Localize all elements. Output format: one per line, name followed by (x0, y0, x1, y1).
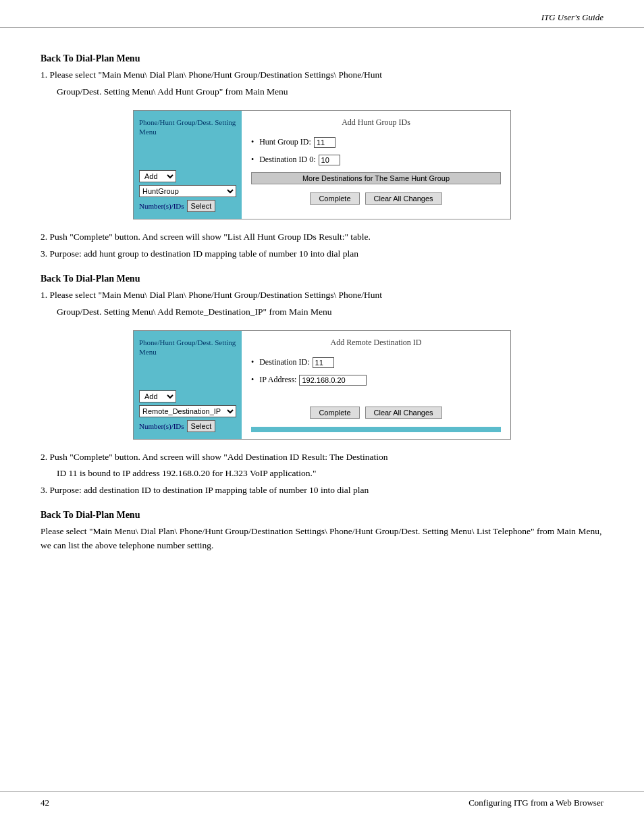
left-panel-2: Phone/Hunt Group/Dest. Setting Menu Add … (134, 331, 242, 439)
field1-row: • Hunt Group ID: (251, 137, 501, 148)
bullet-2: • (251, 155, 254, 165)
button-row-1: Complete Clear All Changes (251, 192, 501, 205)
number-row: Number(s)/IDs Select (139, 200, 236, 212)
select-button-1[interactable]: Select (187, 200, 216, 212)
remote-dest-select[interactable]: Remote_Destination_IP (139, 405, 236, 417)
field1-input[interactable] (314, 137, 336, 148)
page-footer: 42 Configuring ITG from a Web Browser (0, 791, 644, 814)
bullet-1: • (251, 137, 254, 147)
section2-step2-cont: ID 11 is bound to IP address 192.168.0.2… (57, 467, 603, 481)
right-panel-2: Add Remote Destination ID • Destination … (242, 331, 510, 439)
section3-heading: Back To Dial-Plan Menu (41, 510, 603, 521)
huntgroup-row: HuntGroup (139, 185, 236, 197)
select-button-2[interactable]: Select (187, 420, 216, 432)
left-panel-1-controls: Add HuntGroup Number(s)/IDs Select (139, 170, 236, 212)
complete-button-2[interactable]: Complete (310, 407, 359, 419)
page-container: ITG User's Guide Back To Dial-Plan Menu … (0, 0, 644, 834)
add-dropdown[interactable]: Add (139, 170, 176, 182)
number-row-2: Number(s)/IDs Select (139, 420, 236, 432)
section1-para1: 1. Please select "Main Menu\ Dial Plan\ … (41, 68, 603, 82)
bullet-3: • (251, 357, 254, 367)
footer-page-number: 42 (41, 798, 49, 808)
number-label: Number(s)/IDs (139, 202, 184, 210)
right-panel-2-title: Add Remote Destination ID (251, 338, 501, 348)
section2-step2: 2. Push "Complete" button. And screen wi… (41, 450, 603, 465)
bottom-bar (251, 427, 501, 432)
left-panel-2-title: Phone/Hunt Group/Dest. Setting Menu (139, 338, 236, 357)
page-header: ITG User's Guide (0, 0, 644, 28)
left-panel-2-controls: Add Remote_Destination_IP Number(s)/IDs … (139, 390, 236, 432)
section3-para: Please select "Main Menu\ Dial Plan\ Pho… (41, 525, 603, 553)
more-destinations-button[interactable]: More Destinations for The Same Hunt Grou… (251, 172, 501, 184)
dest-id-row: • Destination ID: (251, 357, 501, 368)
remote-dest-row: Remote_Destination_IP (139, 405, 236, 417)
left-panel-1: Phone/Hunt Group/Dest. Setting Menu Add … (134, 111, 242, 219)
screenshot-2: Phone/Hunt Group/Dest. Setting Menu Add … (133, 330, 511, 440)
section-3: Back To Dial-Plan Menu Please select "Ma… (41, 510, 603, 553)
section1-heading: Back To Dial-Plan Menu (41, 53, 603, 64)
clear-button-2[interactable]: Clear All Changes (365, 407, 442, 419)
section2-heading: Back To Dial-Plan Menu (41, 273, 603, 284)
ip-address-row: • IP Address: (251, 375, 501, 386)
header-title: ITG User's Guide (541, 12, 603, 23)
section1-step2: 2. Push "Complete" button. And screen wi… (41, 230, 603, 244)
button-row-2: Complete Clear All Changes (251, 407, 501, 419)
field2-row: • Destination ID 0: (251, 155, 501, 165)
field1-label: Hunt Group ID: (259, 137, 311, 147)
section1-para1-indent: Group/Dest. Setting Menu\ Add Hunt Group… (57, 85, 603, 99)
section-1: Back To Dial-Plan Menu 1. Please select … (41, 53, 603, 261)
bullet-4: • (251, 375, 254, 385)
footer-chapter-title: Configuring ITG from a Web Browser (468, 798, 603, 808)
right-panel-1-title: Add Hunt Group IDs (251, 118, 501, 128)
huntgroup-select[interactable]: HuntGroup (139, 185, 236, 197)
dest-id-label: Destination ID: (259, 357, 309, 367)
content: Back To Dial-Plan Menu 1. Please select … (0, 28, 644, 583)
section2-para1: 1. Please select "Main Menu\ Dial Plan\ … (41, 288, 603, 303)
right-panel-1: Add Hunt Group IDs • Hunt Group ID: • De… (242, 111, 510, 219)
section2-para1-indent: Group/Dest. Setting Menu\ Add Remote_Des… (57, 305, 603, 319)
clear-button-1[interactable]: Clear All Changes (365, 192, 442, 205)
add-dropdown-2[interactable]: Add (139, 390, 176, 402)
screenshot-1: Phone/Hunt Group/Dest. Setting Menu Add … (133, 110, 511, 219)
add-row: Add (139, 170, 236, 182)
section-2: Back To Dial-Plan Menu 1. Please select … (41, 273, 603, 498)
field2-label: Destination ID 0: (259, 155, 315, 165)
complete-button-1[interactable]: Complete (310, 192, 359, 205)
section2-step3: 3. Purpose: add destination ID to destin… (41, 484, 603, 498)
add-row-2: Add (139, 390, 236, 402)
ip-address-input[interactable] (299, 375, 367, 386)
field2-input[interactable] (319, 155, 340, 165)
ip-address-label: IP Address: (259, 375, 296, 385)
number-label-2: Number(s)/IDs (139, 422, 184, 430)
left-panel-1-title: Phone/Hunt Group/Dest. Setting Menu (139, 118, 236, 137)
dest-id-input[interactable] (313, 357, 334, 368)
section1-step3: 3. Purpose: add hunt group to destinatio… (41, 247, 603, 261)
